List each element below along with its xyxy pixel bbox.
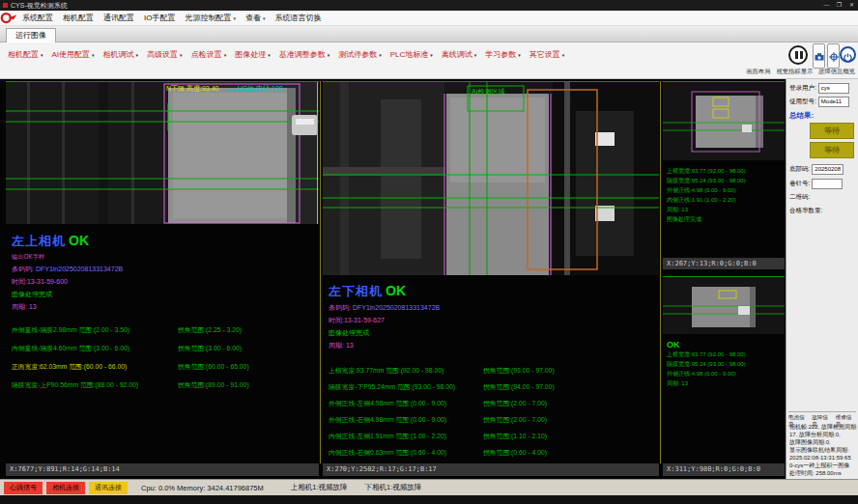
toolbar-item-baseline-params[interactable]: 基准调整参数▾	[279, 49, 330, 60]
app-logo	[0, 12, 17, 24]
left-camera-time: 时间:13-31-59-600	[12, 277, 321, 287]
measurement-value: 外侧正线-左侧4.98mm 范围:(0.00 - 9.00)	[329, 399, 483, 408]
status-bar: 心跳信号 相机连接 通讯连接 Cpu: 0.0% Memory: 3424.41…	[0, 479, 858, 495]
left-camera-note: 输出OK字样	[12, 253, 321, 262]
measurement-corner-range: 拐角范围:(2.25 - 3.20)	[178, 325, 242, 335]
measurement-corner-range: 拐角范围:(1.10 - 2.10)	[483, 432, 547, 441]
aux-line: 图像处理完成	[667, 214, 785, 224]
left-image-overlay-height: N下限 高度:93.40	[166, 84, 218, 94]
toolbar-item-plc[interactable]: PLC地标准▾	[390, 49, 433, 60]
panel-divider	[320, 81, 321, 463]
measurement-value: 隔膜宽度-下P95.24mm 范围:(93.00 - 98.00)	[329, 382, 483, 392]
minimize-button[interactable]: —	[820, 0, 833, 11]
center-camera-measurements: 上横宽度:93.77mm 范围:(92.00 - 98.00) 拐角范围:(93…	[329, 366, 659, 458]
aux-line: 周期: 13	[667, 378, 785, 388]
measurement-value: 正面宽度:62.03mm 范围:(60.00 - 66.00)	[12, 362, 178, 372]
login-user-value[interactable]: cys	[818, 83, 849, 94]
measurement-corner-range: 拐角范围:(0.60 - 4.00)	[483, 448, 547, 458]
bottom-code-value[interactable]: 20250208	[812, 164, 844, 175]
menu-item-io-config[interactable]: IO手配置	[139, 13, 180, 23]
toolbar-item-spot-check[interactable]: 点检设置▾	[191, 49, 227, 60]
menu-bar: 系统配置 相机配置 通讯配置 IO手配置 光源控制配置▾ 查看▾ 系统语言切换	[0, 11, 858, 26]
close-button[interactable]: ✕	[845, 0, 858, 11]
view-link-metrics[interactable]: 视觉指标显示	[776, 68, 813, 76]
capture-button[interactable]	[813, 43, 825, 69]
menu-item-camera-config[interactable]: 相机配置	[58, 13, 99, 23]
left-camera-status: OK	[69, 233, 89, 248]
chevron-down-icon: ▾	[92, 52, 95, 58]
sidebar-info-block: 相机帧:222, 故障检测周期: 17, 故障分析周期:0, 故障图像周期:0,…	[789, 423, 857, 477]
chevron-down-icon: ▾	[562, 52, 565, 58]
center-camera-title: 左下相机	[329, 284, 383, 298]
aux-bottom-camera-info: OK 上横宽度:93.77 (92.00 - 98.00) 隔膜宽度:95.24…	[667, 340, 785, 388]
model-value[interactable]: Mode11	[818, 97, 849, 107]
chevron-down-icon: ▾	[224, 52, 227, 58]
aux-line: 外侧正线:4.98 (0.00 - 9.00)	[667, 185, 785, 195]
toolbar-item-advanced[interactable]: 高级设置▾	[147, 49, 183, 60]
measurement-row: 隔膜宽度-下P95.24mm 范围:(93.00 - 98.00) 拐角范围:(…	[329, 382, 659, 392]
model-label: 使用型号:	[789, 98, 816, 106]
measurement-corner-range: 拐角范围:(2.00 - 7.00)	[483, 415, 547, 425]
chevron-down-icon: ▾	[180, 52, 183, 58]
aux-top-camera-image[interactable]	[663, 81, 785, 160]
measurement-value: 外侧直线-隔膜2.98mm 范围:(2.00 - 3.50)	[12, 325, 178, 335]
menu-item-language-switch[interactable]: 系统语言切换	[270, 13, 326, 23]
toolbar-item-offline-debug[interactable]: 离线调试▾	[442, 49, 477, 60]
info-line: 2025:02:08-13:31:59:65	[789, 454, 857, 462]
menu-item-system-config[interactable]: 系统配置	[17, 13, 58, 23]
view-link-fault-overview[interactable]: 故障信息概览	[818, 68, 855, 76]
measurement-value: 隔膜宽度-上P90.56mm 范围:(88.00 - 92.00)	[12, 380, 178, 390]
menu-item-comm-config[interactable]: 通讯配置	[99, 13, 139, 23]
locate-button[interactable]	[827, 43, 840, 69]
measurement-corner-range: 拐角范围:(94.00 - 97.00)	[483, 382, 555, 392]
bottom-code-label: 底部码:	[789, 165, 810, 174]
chevron-down-icon: ▾	[233, 15, 236, 21]
menu-item-light-config[interactable]: 光源控制配置▾	[180, 13, 241, 23]
menu-item-view[interactable]: 查看▾	[241, 13, 271, 23]
info-line: 17, 故障分析周期:0,	[789, 431, 857, 438]
measurement-value: 内侧正线-右侧0.63mm 范围:(0.60 - 4.00)	[329, 448, 483, 458]
right-sidebar: 登录用户: cys 使用型号: Mode11 总结果: 等待 等待 底部码: 2…	[786, 79, 858, 479]
power-button[interactable]	[840, 46, 856, 63]
pause-icon	[795, 51, 803, 59]
chevron-down-icon: ▾	[379, 52, 382, 58]
left-camera-image[interactable]: N下限 高度:93.40 HC位 内径:100	[6, 81, 319, 224]
bright-spot	[738, 306, 750, 315]
measurement-row: 内侧正线-右侧0.63mm 范围:(0.60 - 4.00) 拐角范围:(0.6…	[329, 448, 659, 458]
ai-detect-zone-label: AI检测区域	[472, 87, 505, 97]
toolbar-item-learn-params[interactable]: 学习参数▾	[485, 49, 521, 60]
panel-divider	[660, 81, 661, 463]
info-line: 故障图像周期:0,	[789, 438, 857, 446]
power-icon	[844, 53, 852, 62]
pause-button[interactable]	[788, 45, 808, 65]
aux-line: 周期: 13	[667, 205, 785, 214]
toolbar-item-other-settings[interactable]: 其它设置▾	[529, 49, 565, 60]
aux-bottom-pixel-coordinate-bar: X:311;Y:980;R:0;G:0;B:0	[663, 463, 785, 476]
measurement-row: 外侧直线-隔膜2.98mm 范围:(2.00 - 3.50) 拐角范围:(2.2…	[12, 325, 321, 335]
measurement-corner-range: 拐角范围:(2.00 - 7.00)	[483, 399, 547, 408]
view-link-layout[interactable]: 画面布局	[746, 68, 770, 76]
aux-bottom-camera-image[interactable]	[663, 276, 785, 334]
maximize-button[interactable]: ❐	[833, 0, 845, 11]
toolbar-item-test-params[interactable]: 测试停参数▾	[338, 49, 382, 60]
toolbar-item-ai-config[interactable]: AI使用配置▾	[52, 49, 95, 60]
app-icon	[3, 3, 8, 8]
toolbar-item-camera-config[interactable]: 相机配置▾	[8, 49, 43, 60]
center-pixel-coordinate-bar: X:270;Y:2502;R:17;G:17;B:17	[323, 463, 659, 476]
needle-number-value[interactable]	[812, 179, 843, 189]
center-camera-image[interactable]: AI检测区域	[323, 81, 659, 275]
measurement-corner-range: 拐角范围:(3.00 - 6.00)	[178, 344, 242, 353]
left-camera-barcode: 条码码: DFY1in2025020813313472B	[12, 265, 321, 274]
measurement-row: 正面宽度:62.03mm 范围:(60.00 - 66.00) 拐角范围:(60…	[12, 362, 321, 372]
crosshair-icon	[829, 52, 839, 62]
lower-camera-status: 下相机1:视频故障	[365, 483, 422, 492]
chevron-down-icon: ▾	[474, 52, 477, 58]
chevron-down-icon: ▾	[268, 52, 271, 58]
left-camera-process-done: 图像处理完成	[12, 290, 321, 299]
measurement-corner-range: 拐角范围:(93.00 - 97.00)	[483, 366, 555, 376]
toolbar-item-camera-debug[interactable]: 相机调试▾	[103, 49, 139, 60]
total-result-box-2: 等待	[810, 142, 854, 158]
tab-run-image[interactable]: 运行图像	[6, 28, 56, 42]
toolbar-item-image-process[interactable]: 图像处理▾	[235, 49, 271, 60]
aux-bottom-status: OK	[667, 340, 785, 350]
